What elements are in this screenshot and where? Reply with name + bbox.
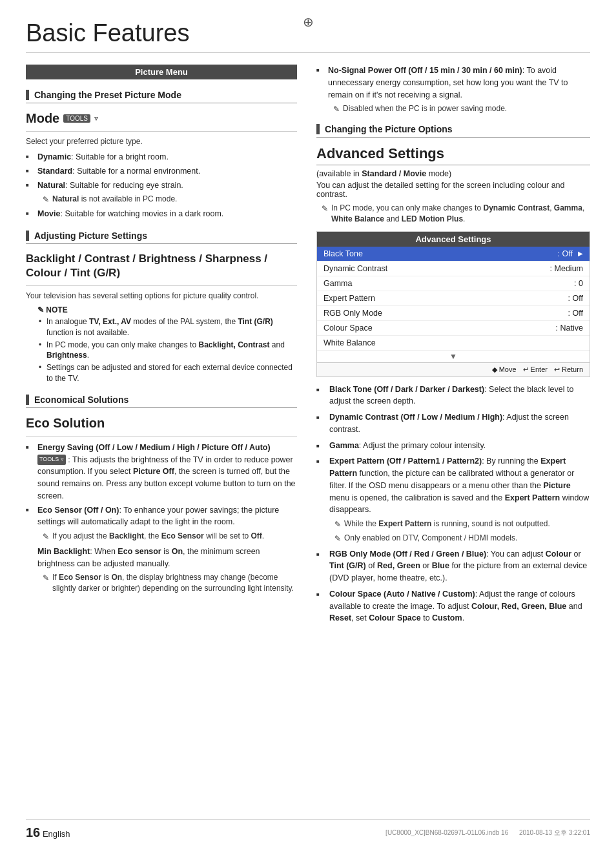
pencil-icon: ✎ <box>333 104 340 115</box>
table-row-dynamic-contrast: Dynamic Contrast : Medium <box>317 262 590 276</box>
advanced-subtitle2: You can adjust the detailed setting for … <box>316 181 590 199</box>
row-label: Expert Pattern <box>323 294 375 303</box>
advanced-subtitle1: (available in Standard / Movie mode) <box>316 169 590 178</box>
right-column: No-Signal Power Off (Off / 15 min / 30 m… <box>316 65 590 630</box>
pencil-icon: ✎ <box>43 531 49 542</box>
backlight-title: Backlight / Contrast / Brightness / Shar… <box>26 252 297 280</box>
list-item-black-tone: Black Tone (Off / Dark / Darker / Darkes… <box>316 384 590 408</box>
list-item: No-Signal Power Off (Off / 15 min / 30 m… <box>316 65 590 115</box>
pencil-icon: ✎ <box>334 533 341 544</box>
table-row-colour-space: Colour Space : Native <box>317 321 590 336</box>
row-right: : Off ▶ <box>558 249 583 258</box>
economical-section-header: Economical Solutions <box>26 395 297 408</box>
crosshair-symbol: ⊕ <box>303 14 314 30</box>
preset-mode-section-header: Changing the Preset Picture Mode <box>26 90 297 103</box>
expert-note2: ✎ Only enabled on DTV, Component / HDMI … <box>334 533 590 544</box>
pencil-icon: ✎ <box>43 573 49 584</box>
note-list: In analogue TV, Ext., AV modes of the PA… <box>37 316 297 384</box>
section-bar-decorator <box>26 395 29 405</box>
no-signal-section: No-Signal Power Off (Off / 15 min / 30 m… <box>316 65 590 115</box>
section-bar-decorator <box>26 231 29 241</box>
advanced-settings-section: Advanced Settings (available in Standard… <box>316 145 590 624</box>
expert-note1: ✎ While the Expert Pattern is running, s… <box>334 519 590 530</box>
list-item-dynamic-contrast: Dynamic Contrast (Off / Low / Medium / H… <box>316 411 590 436</box>
table-row-rgb-only: RGB Only Mode : Off <box>317 306 590 321</box>
eco-list: Energy Saving (Off / Low / Medium / High… <box>26 442 297 594</box>
footer-enter: ↵ Enter <box>523 365 548 374</box>
list-item: Energy Saving (Off / Low / Medium / High… <box>26 442 297 502</box>
mode-subtitle: Select your preferred picture type. <box>26 137 297 146</box>
pencil-icon: ✎ <box>43 194 49 205</box>
pic-options-section-header: Changing the Picture Options <box>316 124 590 138</box>
pencil-icon: ✎ <box>322 203 328 214</box>
footer-return: ↩ Return <box>554 365 583 374</box>
section-bar-decorator <box>316 124 320 134</box>
page-language: English <box>43 829 70 839</box>
note-item: In analogue TV, Ext., AV modes of the PA… <box>37 316 297 338</box>
table-row-white-balance: White Balance <box>317 336 590 351</box>
list-item-rgb-only: RGB Only Mode (Off / Red / Green / Blue)… <box>316 548 590 584</box>
pic-options-title: Changing the Picture Options <box>325 124 453 134</box>
row-value: : Off <box>568 309 583 318</box>
row-label: Gamma <box>323 279 352 288</box>
adjusting-section-header: Adjusting Picture Settings <box>26 231 297 244</box>
pencil-icon: ✎ <box>334 519 341 530</box>
eco-sensor-note2: ✎ If Eco Sensor is On, the display brigh… <box>43 572 297 594</box>
eco-section: Eco Solution Energy Saving (Off / Low / … <box>26 416 297 594</box>
note-item: Settings can be adjusted and stored for … <box>37 362 297 384</box>
note-block: ✎ NOTE In analogue TV, Ext., AV modes of… <box>32 305 297 384</box>
note-title: ✎ NOTE <box>37 305 297 314</box>
table-row-expert-pattern: Expert Pattern : Off <box>317 291 590 306</box>
advanced-title: Advanced Settings <box>316 145 590 165</box>
row-value: : Off <box>558 249 573 258</box>
table-down-arrow: ▼ <box>317 351 590 362</box>
no-signal-note: ✎ Disabled when the PC is in power savin… <box>333 103 590 115</box>
backlight-section: Backlight / Contrast / Brightness / Shar… <box>26 252 297 384</box>
tools-icon: ▿ <box>94 114 98 123</box>
row-value: : 0 <box>574 279 583 288</box>
list-item: Natural: Suitable for reducing eye strai… <box>26 180 297 206</box>
list-item: Movie: Suitable for watching movies in a… <box>26 208 297 220</box>
table-header: Advanced Settings <box>317 232 590 247</box>
advanced-settings-table: Advanced Settings Black Tone : Off ▶ Dyn… <box>316 231 590 377</box>
list-item: Standard: Suitable for a normal environm… <box>26 165 297 178</box>
table-row-gamma: Gamma : 0 <box>317 276 590 291</box>
adjusting-title: Adjusting Picture Settings <box>34 231 147 241</box>
row-label: White Balance <box>323 338 376 347</box>
eco-sensor-note: ✎ If you adjust the Backlight, the Eco S… <box>43 531 297 542</box>
row-label: RGB Only Mode <box>323 309 382 318</box>
row-arrow: ▶ <box>578 250 583 257</box>
list-item: Eco Sensor (Off / On): To enhance your p… <box>26 504 297 594</box>
section-bar-decorator <box>26 90 29 100</box>
footer-move: ◆ Move <box>492 365 517 374</box>
row-label: Dynamic Contrast <box>323 264 387 273</box>
tools-badge2: TOOLS ▿ <box>37 455 66 465</box>
left-column: Picture Menu Changing the Preset Picture… <box>26 65 297 630</box>
tools-badge: TOOLS <box>63 114 90 123</box>
economical-title: Economical Solutions <box>34 395 128 405</box>
list-item-gamma: Gamma: Adjust the primary colour intensi… <box>316 440 590 452</box>
list-item: Dynamic: Suitable for a bright room. <box>26 151 297 163</box>
desc-list: Black Tone (Off / Dark / Darker / Darkes… <box>316 384 590 625</box>
row-label: Colour Space <box>323 324 373 333</box>
table-row-black-tone: Black Tone : Off ▶ <box>317 247 590 262</box>
row-label: Black Tone <box>323 249 363 258</box>
page-number-block: 16 English <box>26 825 70 840</box>
min-backlight-para: Min Backlight: When Eco sensor is On, th… <box>37 546 297 570</box>
mode-list: Dynamic: Suitable for a bright room. Sta… <box>26 151 297 220</box>
note-item: In PC mode, you can only make changes to… <box>37 340 297 362</box>
file-info: [UC8000_XC]BN68-02697L-01L06.indb 16 201… <box>385 828 590 838</box>
mode-section: Mode TOOLS ▿ Select your preferred pictu… <box>26 111 297 220</box>
eco-title: Eco Solution <box>26 416 297 431</box>
picture-menu-header: Picture Menu <box>26 65 297 79</box>
row-value: : Medium <box>550 264 583 273</box>
no-signal-list: No-Signal Power Off (Off / 15 min / 30 m… <box>316 65 590 115</box>
preset-mode-title: Changing the Preset Picture Mode <box>34 90 181 100</box>
mode-label: Mode TOOLS ▿ <box>26 111 297 126</box>
page-footer: 16 English [UC8000_XC]BN68-02697L-01L06.… <box>26 819 590 840</box>
natural-note: ✎ Natural is not available in PC mode. <box>43 194 297 205</box>
list-item-colour-space: Colour Space (Auto / Native / Custom): A… <box>316 588 590 624</box>
page-number: 16 <box>26 825 40 839</box>
advanced-pc-note: ✎ In PC mode, you can only make changes … <box>322 203 590 225</box>
backlight-subtitle: Your television has several setting opti… <box>26 291 297 300</box>
